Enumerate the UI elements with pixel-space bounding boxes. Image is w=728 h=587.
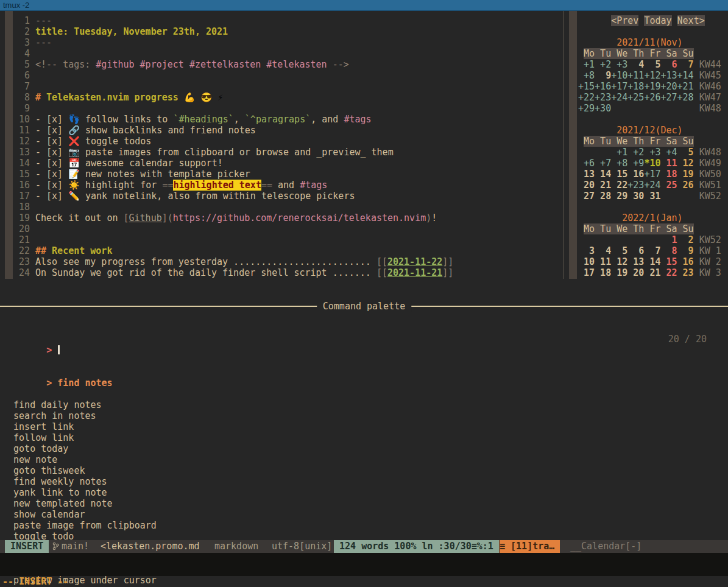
calendar-day[interactable]: 16 (627, 169, 644, 180)
editor-token-link[interactable]: Github (129, 213, 162, 223)
calendar-day[interactable]: 29 (611, 191, 627, 202)
calendar-day[interactable]: 20 (627, 267, 644, 278)
calendar-day[interactable]: 13 (627, 256, 644, 267)
editor-token-tag[interactable]: #zettelkasten (189, 59, 261, 70)
calendar-day[interactable]: +4 (660, 147, 677, 158)
calendar-day[interactable]: 11 (660, 158, 677, 169)
calendar-day[interactable]: 10 (578, 256, 595, 267)
calendar-day[interactable]: 31 (644, 191, 660, 202)
calendar-day[interactable]: +30 (595, 103, 611, 114)
calendar-day[interactable]: 12 (611, 256, 627, 267)
calendar-day[interactable]: +28 (677, 92, 694, 103)
calendar-day[interactable]: 8 (660, 245, 677, 256)
editor-token-tag[interactable]: #tags (300, 180, 327, 191)
calendar-day[interactable]: +16 (595, 81, 611, 92)
calendar-day[interactable]: +3 (644, 147, 660, 158)
calendar-day[interactable]: +7 (595, 158, 611, 169)
calendar-day[interactable]: +25 (627, 92, 644, 103)
calendar-day[interactable]: +15 (578, 81, 595, 92)
calendar-day[interactable]: +20 (660, 81, 677, 92)
calendar-day[interactable]: +2 (595, 59, 611, 70)
tab-indicator[interactable]: ≡ [11]tra… (500, 540, 560, 553)
calendar-day[interactable]: +24 (611, 92, 627, 103)
calendar-day[interactable]: 26 (677, 180, 694, 191)
today-button[interactable]: Today (644, 15, 671, 26)
calendar-day[interactable]: +22 (578, 92, 595, 103)
calendar-day[interactable]: 19 (677, 169, 694, 180)
editor-token-tag[interactable]: #telekasten (266, 59, 327, 70)
calendar-day[interactable]: +8 (578, 70, 595, 81)
calendar-day[interactable]: +17 (644, 169, 660, 180)
calendar-day[interactable]: 5 (677, 147, 694, 158)
editor-token-tag[interactable]: #project (140, 59, 184, 70)
palette-item[interactable]: find weekly notes (0, 476, 728, 487)
calendar-day[interactable]: 9 (677, 245, 694, 256)
calendar-day[interactable]: +1 (611, 147, 627, 158)
calendar-day[interactable]: +27 (660, 92, 677, 103)
calendar-day[interactable]: +14 (677, 70, 694, 81)
calendar-day[interactable]: 20 (578, 180, 595, 191)
calendar-day[interactable]: 16 (677, 256, 694, 267)
calendar-day[interactable]: +8 (611, 158, 627, 169)
calendar-day[interactable]: 4 (627, 59, 644, 70)
calendar-day[interactable]: 7 (677, 59, 694, 70)
calendar-day[interactable]: 28 (595, 191, 611, 202)
editor-token-date[interactable]: 2021-11-21 (387, 267, 442, 278)
editor-token-tag[interactable]: #tags (344, 114, 371, 125)
calendar-day[interactable]: 18 (660, 169, 677, 180)
palette-item[interactable]: goto today (0, 443, 728, 454)
calendar-day[interactable]: 30 (627, 191, 644, 202)
calendar-day[interactable]: +11 (627, 70, 644, 81)
calendar-day[interactable]: +3 (611, 59, 627, 70)
calendar-day[interactable]: 7 (644, 245, 660, 256)
calendar-day[interactable]: 21 (644, 267, 660, 278)
editor-token-url[interactable]: https://github.com/renerocksai/telekaste… (173, 213, 426, 223)
next-month-button[interactable]: Next> (677, 15, 705, 26)
palette-prompt-row[interactable]: > 20 / 20 (0, 334, 728, 345)
calendar-day[interactable]: 15 (611, 169, 627, 180)
calendar-day[interactable]: 22 (660, 267, 677, 278)
calendar-day[interactable]: +23 (627, 180, 644, 191)
editor-token-tag[interactable]: #github (96, 59, 134, 70)
calendar-day[interactable]: 6 (660, 59, 677, 70)
calendar-day[interactable]: 6 (627, 245, 644, 256)
calendar-day[interactable]: +24 (644, 180, 660, 191)
palette-item[interactable]: follow link (0, 432, 728, 443)
calendar-day[interactable]: +2 (627, 147, 644, 158)
calendar-day[interactable]: 11 (595, 256, 611, 267)
calendar-day[interactable]: +26 (644, 92, 660, 103)
calendar-day[interactable]: 14 (595, 169, 611, 180)
editor-token-date[interactable]: 2021-11-22 (387, 256, 442, 267)
palette-item[interactable]: yank link to note (0, 487, 728, 498)
calendar-day[interactable]: 23 (677, 267, 694, 278)
calendar-day[interactable]: +1 (578, 59, 595, 70)
calendar-day[interactable]: *10 (644, 158, 660, 169)
palette-item[interactable]: new templated note (0, 498, 728, 509)
palette-item[interactable]: paste image from clipboard (0, 520, 728, 531)
calendar-day[interactable]: +21 (677, 81, 694, 92)
palette-item[interactable]: show calendar (0, 509, 728, 520)
calendar-day[interactable]: +23 (595, 92, 611, 103)
palette-item[interactable]: preview image under cursor (0, 575, 728, 586)
calendar-day[interactable]: +13 (660, 70, 677, 81)
calendar-day[interactable]: 19 (611, 267, 627, 278)
calendar-day[interactable]: +10 (611, 70, 627, 81)
calendar-day[interactable]: 18 (595, 267, 611, 278)
calendar-day[interactable]: 17 (578, 267, 595, 278)
calendar-day[interactable]: 21 (595, 180, 611, 191)
command-line[interactable]: :lua require('telekasten').panel() (0, 553, 728, 564)
prev-month-button[interactable]: <Prev (611, 15, 638, 26)
palette-item[interactable]: new note (0, 454, 728, 465)
calendar-day[interactable]: 2 (677, 234, 694, 245)
calendar-day[interactable]: +12 (644, 70, 660, 81)
calendar-day[interactable]: 14 (644, 256, 660, 267)
calendar-day[interactable]: +18 (627, 81, 644, 92)
calendar-day[interactable]: 9 (595, 70, 611, 81)
calendar-day[interactable]: 15 (660, 256, 677, 267)
palette-item[interactable]: find daily notes (0, 399, 728, 410)
calendar-day[interactable]: 3 (578, 245, 595, 256)
calendar-day[interactable]: 5 (644, 59, 660, 70)
calendar-day[interactable]: 4 (595, 245, 611, 256)
calendar-day[interactable]: 5 (611, 245, 627, 256)
calendar-day[interactable]: +6 (578, 158, 595, 169)
